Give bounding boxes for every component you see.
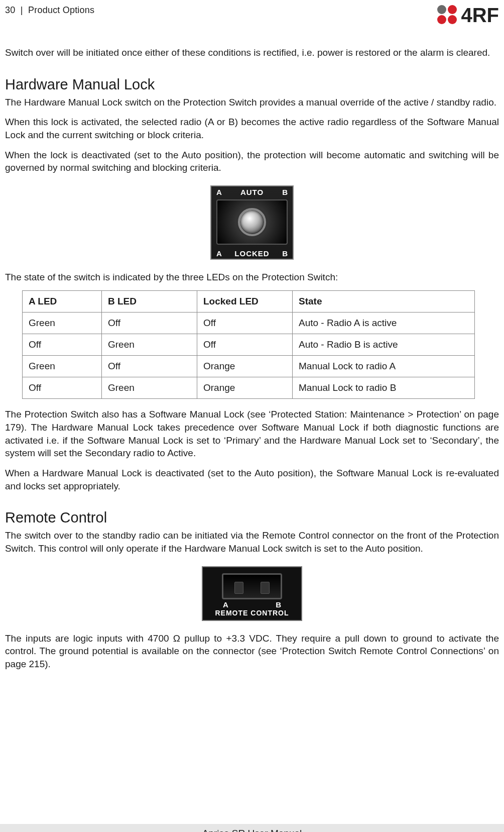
remote-control-diagram: A B REMOTE CONTROL (202, 566, 302, 621)
rc-p1: The switch over to the standby radio can… (5, 529, 499, 555)
led-state-table: A LED B LED Locked LED State Green Off O… (22, 290, 475, 399)
table-row: Green Off Orange Manual Lock to radio A (23, 356, 475, 377)
svg-point-0 (437, 5, 446, 14)
footer-text: Aprisa SR User Manual (202, 828, 302, 832)
rc-label-b: B (276, 600, 281, 609)
switch-label-auto: AUTO (240, 188, 264, 196)
rc-heading: Remote Control (5, 509, 499, 526)
header-left: 30 | Product Options (5, 4, 94, 16)
cell: Manual Lock to radio B (293, 377, 475, 399)
cell: Green (102, 377, 197, 399)
hml-p4: The Protection Switch also has a Softwar… (5, 408, 499, 460)
page: 30 | Product Options 4RF Switch over wil… (0, 0, 504, 809)
svg-point-2 (437, 15, 446, 24)
cell: Off (102, 356, 197, 377)
hml-p3: When the lock is deactivated (set to the… (5, 149, 499, 174)
switch-label-a2: A (216, 249, 222, 258)
cell: Green (23, 356, 102, 377)
cell: Orange (197, 356, 293, 377)
cell: Off (102, 313, 197, 334)
switch-figure: A AUTO B A LOCKED B (5, 185, 499, 260)
page-number: 30 (5, 5, 15, 15)
cell: Off (197, 334, 293, 356)
switch-label-b2: B (282, 249, 288, 258)
switch-label-b: B (282, 188, 288, 196)
brand-logo: 4RF (436, 4, 499, 25)
leds-intro: The state of the switch is indicated by … (5, 271, 499, 284)
table-header-row: A LED B LED Locked LED State (23, 291, 475, 313)
svg-point-3 (448, 15, 457, 24)
page-footer: Aprisa SR User Manual (0, 824, 504, 832)
cell: Auto - Radio B is active (293, 334, 475, 356)
switch-diagram: A AUTO B A LOCKED B (210, 185, 294, 260)
rc-label-a: A (223, 600, 228, 609)
logo-icon (436, 4, 459, 25)
cell: Green (23, 313, 102, 334)
cell: Auto - Radio A is active (293, 313, 475, 334)
cell: Off (23, 334, 102, 356)
rc-title-label: REMOTE CONTROL (203, 609, 301, 620)
rc-p2: The inputs are logic inputs with 4700 Ω … (5, 632, 499, 671)
cell: Off (23, 377, 102, 399)
switch-knob-area (216, 199, 288, 245)
th-locked-led: Locked LED (197, 291, 293, 313)
hml-p1: The Hardware Manual Lock switch on the P… (5, 96, 499, 109)
page-header: 30 | Product Options 4RF (5, 4, 499, 28)
svg-point-1 (448, 5, 457, 14)
cell: Green (102, 334, 197, 356)
switch-label-locked: LOCKED (234, 249, 269, 258)
hml-p2: When this lock is activated, the selecte… (5, 116, 499, 141)
th-state: State (293, 291, 475, 313)
table-row: Off Green Orange Manual Lock to radio B (23, 377, 475, 399)
table-row: Off Green Off Auto - Radio B is active (23, 334, 475, 356)
th-a-led: A LED (23, 291, 102, 313)
hml-heading: Hardware Manual Lock (5, 76, 499, 93)
brand-text: 4RF (461, 4, 499, 25)
switch-lower-labels: A LOCKED B (211, 248, 293, 259)
switch-label-a: A (216, 188, 222, 196)
rc-port-icon (222, 573, 282, 599)
rc-figure: A B REMOTE CONTROL (5, 566, 499, 621)
intro-paragraph: Switch over will be initiated once eithe… (5, 46, 499, 59)
hml-p5: When a Hardware Manual Lock is deactivat… (5, 467, 499, 492)
separator: | (18, 5, 26, 15)
rc-ab-labels: A B (203, 600, 301, 609)
cell: Manual Lock to radio A (293, 356, 475, 377)
switch-knob-icon (238, 208, 266, 236)
section-name: Product Options (28, 5, 94, 15)
switch-upper-labels: A AUTO B (211, 186, 293, 197)
cell: Orange (197, 377, 293, 399)
table-row: Green Off Off Auto - Radio A is active (23, 313, 475, 334)
th-b-led: B LED (102, 291, 197, 313)
cell: Off (197, 313, 293, 334)
